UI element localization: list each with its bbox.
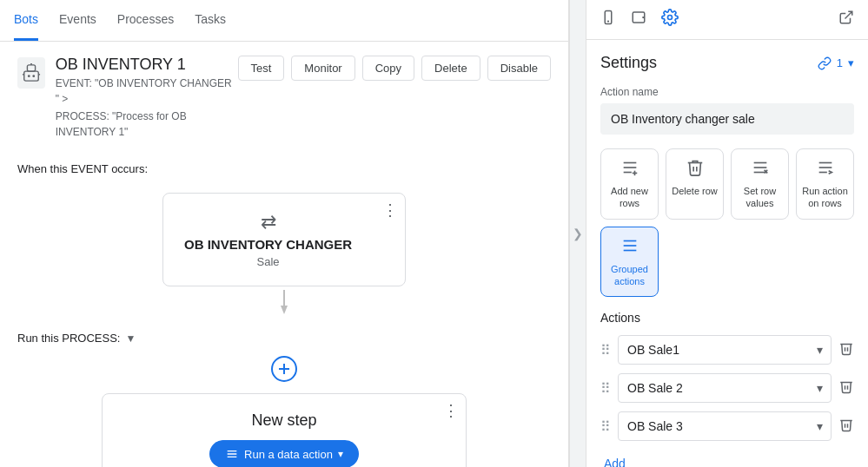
bot-actions: Test Monitor Copy Delete Disable: [238, 56, 552, 81]
event-section: When this EVENT occurs: ⋮ ⇄ OB INVENTORY…: [0, 154, 568, 325]
svg-marker-9: [281, 306, 288, 314]
bot-header-left: OB INVENTORY 1 EVENT: "OB INVENTORY CHAN…: [17, 56, 238, 140]
collapse-chevron-icon: ❯: [573, 227, 583, 240]
external-link-icon[interactable]: [838, 10, 854, 30]
event-card-menu[interactable]: ⋮: [382, 201, 398, 220]
bot-info: OB INVENTORY 1 EVENT: "OB INVENTORY CHAN…: [56, 56, 238, 140]
set-row-icon: [751, 158, 770, 181]
action-name-input[interactable]: [600, 103, 854, 135]
run-action-button[interactable]: Run a data action ▾: [209, 440, 359, 467]
action-select-3-wrapper: OB Sale 3: [618, 411, 832, 441]
event-card-content: ⇄ OB INVENTORY CHANGER Sale: [184, 211, 352, 268]
step-card-title: New step: [251, 411, 316, 430]
grouped-actions-icon: [620, 236, 639, 260]
action-name-label: Action name: [600, 86, 854, 98]
run-action-chevron-icon: ▾: [338, 448, 343, 460]
action-row-2: ⠿ OB Sale 2: [600, 373, 854, 403]
bot-header: OB INVENTORY 1 EVENT: "OB INVENTORY CHAN…: [0, 42, 568, 154]
copy-button[interactable]: Copy: [362, 56, 414, 81]
connector-arrow: [278, 290, 290, 314]
settings-title: Settings: [600, 54, 657, 72]
svg-point-3: [32, 75, 35, 77]
top-nav: Bots Events Processes Tasks: [0, 0, 568, 42]
shuffle-icon: ⇄: [261, 211, 276, 234]
nav-tasks[interactable]: Tasks: [195, 0, 226, 41]
settings-badge-chevron-icon: ▾: [848, 56, 854, 69]
action-type-set-row[interactable]: Set row values: [731, 148, 789, 220]
action-type-add-rows[interactable]: Add new rows: [600, 148, 659, 220]
step-card-menu[interactable]: ⋮: [443, 401, 459, 420]
process-label: Run this PROCESS: ▼: [17, 332, 551, 345]
settings-header: Settings 1 ▾: [600, 54, 854, 72]
add-rows-icon: [620, 158, 639, 181]
action-type-delete-row[interactable]: Delete row: [666, 148, 724, 220]
action-select-2[interactable]: OB Sale 2: [618, 373, 832, 403]
svg-point-17: [668, 16, 673, 20]
step-card: ⋮ New step Run a data action ▾: [102, 393, 467, 467]
action-select-3[interactable]: OB Sale 3: [618, 411, 832, 441]
set-row-label: Set row values: [737, 185, 783, 210]
process-chevron-icon[interactable]: ▼: [126, 332, 136, 345]
settings-panel-content: Settings 1 ▾ Action name Add new rows: [586, 40, 868, 467]
monitor-button[interactable]: Monitor: [291, 56, 354, 81]
action-select-1-wrapper: OB Sale1: [618, 335, 832, 365]
drag-handle-2[interactable]: ⠿: [600, 380, 611, 397]
action-type-run-action[interactable]: Run action on rows: [796, 148, 854, 220]
actions-label: Actions: [600, 311, 854, 325]
right-panel: Settings 1 ▾ Action name Add new rows: [586, 0, 868, 467]
panel-collapse-handle[interactable]: ❯: [569, 0, 586, 467]
disable-button[interactable]: Disable: [487, 56, 551, 81]
nav-events[interactable]: Events: [59, 0, 96, 41]
action-select-1[interactable]: OB Sale1: [618, 335, 832, 365]
add-action-button[interactable]: Add: [600, 450, 629, 467]
bot-icon: [17, 57, 45, 89]
settings-gear-icon[interactable]: [661, 9, 679, 30]
run-action-label: Run action on rows: [802, 185, 848, 210]
drag-handle-3[interactable]: ⠿: [600, 418, 611, 435]
nav-processes[interactable]: Processes: [117, 0, 174, 41]
bot-event-line1: EVENT: "OB INVENTORY CHANGER " >: [56, 76, 238, 107]
settings-badge[interactable]: 1 ▾: [818, 56, 854, 70]
nav-bots[interactable]: Bots: [14, 0, 38, 41]
event-area: ⋮ ⇄ OB INVENTORY CHANGER Sale: [17, 186, 551, 325]
panel-icons-left: [600, 9, 679, 30]
delete-button[interactable]: Delete: [421, 56, 480, 81]
panel-top-icons: [586, 0, 868, 40]
event-card: ⋮ ⇄ OB INVENTORY CHANGER Sale: [162, 193, 406, 286]
delete-row-label: Delete row: [672, 185, 718, 197]
action-type-grouped[interactable]: Grouped actions: [600, 227, 659, 298]
svg-point-2: [28, 75, 30, 77]
delete-action-2-button[interactable]: [838, 378, 854, 398]
tablet-view-icon[interactable]: [630, 10, 647, 30]
test-button[interactable]: Test: [238, 56, 285, 81]
delete-action-1-button[interactable]: [838, 340, 854, 360]
process-section: Run this PROCESS: ▼ ⋮ New step Run a dat…: [0, 325, 568, 467]
svg-line-18: [845, 11, 852, 18]
delete-row-icon: [686, 158, 705, 181]
grouped-actions-label: Grouped actions: [606, 263, 653, 288]
action-select-2-wrapper: OB Sale 2: [618, 373, 832, 403]
bot-event-line2: PROCESS: "Process for OB INVENTORY 1": [56, 109, 238, 140]
action-row-3: ⠿ OB Sale 3: [600, 411, 854, 441]
left-content: When this EVENT occurs: ⋮ ⇄ OB INVENTORY…: [0, 154, 568, 467]
action-row-1: ⠿ OB Sale1: [600, 335, 854, 365]
add-step-button[interactable]: [17, 355, 551, 383]
delete-action-3-button[interactable]: [838, 417, 854, 437]
add-rows-label: Add new rows: [606, 185, 653, 210]
drag-handle-1[interactable]: ⠿: [600, 342, 611, 358]
action-types: Add new rows Delete row Set row values: [600, 148, 854, 297]
bot-title: OB INVENTORY 1: [56, 56, 238, 74]
run-action-icon: [816, 158, 835, 181]
event-card-subtitle: Sale: [257, 255, 280, 268]
event-label: When this EVENT occurs:: [17, 162, 551, 175]
svg-rect-0: [27, 65, 35, 71]
event-card-title: OB INVENTORY CHANGER: [184, 237, 352, 252]
mobile-view-icon[interactable]: [600, 10, 616, 30]
svg-rect-1: [24, 71, 39, 81]
